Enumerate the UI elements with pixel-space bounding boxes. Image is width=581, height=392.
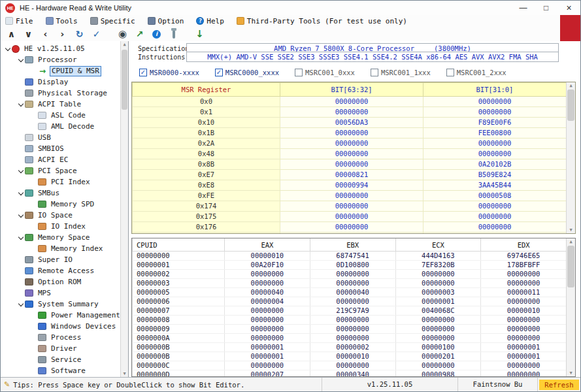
msr-row[interactable]: 0x1000056DA3F89E00F6 [133,118,567,128]
tree-item-windows-devices[interactable]: Windows Devices [1,321,121,332]
menu-tools[interactable]: Tools [44,16,79,26]
checkbox-checked-icon[interactable]: ✓ [139,69,147,76]
back-button[interactable]: ‹ [38,28,53,41]
cpuid-row[interactable]: 0000000D00000207000003400000098800000000 [133,370,567,378]
tree-item-remote-access[interactable]: Remote Access [1,265,121,276]
tree-item-mps[interactable]: MPS [1,287,121,299]
apply-button[interactable]: ✓ [89,28,104,41]
tree-item-memory-spd[interactable]: Memory SPD [1,199,121,210]
tree-item-smbios[interactable]: SMBIOS [1,143,121,154]
scroll-up-arrow-icon[interactable]: ▲ [567,238,575,245]
tree-item-process[interactable]: Process [1,332,121,343]
msr-row[interactable]: 0x179000000000000011C [133,233,567,235]
scrollbar-thumb[interactable] [122,50,127,110]
record-button[interactable]: ◉ [115,28,130,41]
cpuid-row[interactable]: 0000000B00000001000000100000020100000001 [133,352,567,361]
msr-filter-msrc001-1xxx[interactable]: MSRC001_1xxx [371,69,431,76]
cpuid-row[interactable]: 0000000700000000219C97A90040068C00000010 [133,306,567,316]
expand-chevron-icon[interactable] [16,103,25,106]
tree-item-driver[interactable]: Driver [1,343,121,354]
expand-chevron-icon[interactable] [16,170,25,172]
tree-item-acpi-ec[interactable]: ACPI EC [1,154,121,165]
checkbox-unchecked-icon[interactable] [446,69,454,76]
expand-chevron-icon[interactable] [16,59,25,61]
tree-item-asl-code[interactable]: ASL Code [1,110,121,121]
tree-item-service[interactable]: Service [1,354,121,365]
cpuid-row[interactable]: 000000000000001068747541444D416369746E65 [133,252,567,261]
tree-item-io-space[interactable]: IO Space [1,210,121,221]
cpuid-row[interactable]: 0000000600000004000000000000000100000000 [133,297,567,306]
tree-item-pci-index[interactable]: PCI Index [1,176,121,188]
tree-item-software[interactable]: Software [1,365,121,376]
tree-item-aml-decode[interactable]: AML Decode [1,121,121,132]
msr-row[interactable]: 0xE8000009943AA45B44 [133,180,567,191]
tree-item-option-rom[interactable]: Option ROM [1,276,121,287]
tree-item-super-io[interactable]: Super IO [1,254,121,265]
cpuid-row[interactable]: 0000000900000000000000000000000000000000 [133,325,567,334]
menu-file[interactable]: File [4,16,35,26]
refresh-button[interactable]: ↻ [72,28,87,41]
sidebar-scrollbar[interactable]: ▲ ▼ [120,41,128,377]
scroll-down-arrow-icon[interactable]: ▼ [567,227,575,233]
scroll-down-arrow-icon[interactable]: ▼ [121,370,128,377]
cpuid-scrollbar[interactable]: ▲ ▼ [566,238,575,376]
msr-row[interactable]: 0xFE0000000000000508 [133,191,567,201]
tree-item-acpi-table[interactable]: ACPI Table [1,99,121,110]
msr-row[interactable]: 0x2A0000000000000000 [133,139,567,149]
msr-row[interactable]: 0x1760000000000000000 [133,222,567,233]
msr-scrollbar[interactable]: ▲ ▼ [566,82,575,233]
tree-item-he-v1-25-11-05[interactable]: HE v1.25.11.05 [1,43,121,54]
tree-item-system-summary[interactable]: System Summary [1,299,121,310]
tree-item-memory-space[interactable]: Memory Space [1,232,121,243]
msr-row[interactable]: 0x1750000000000000000 [133,212,567,222]
expand-chevron-icon[interactable] [3,48,12,50]
scroll-up-arrow-icon[interactable]: ▲ [121,41,128,48]
msr-row[interactable]: 0x1740000000000000000 [133,201,567,212]
checkbox-checked-icon[interactable]: ✓ [215,69,223,76]
tree-item-usb[interactable]: USB [1,132,121,143]
menu-third-party[interactable]: Third-Party Tools (For test use only) [235,16,408,26]
msr-row[interactable]: 0xE700000821B509E824 [133,170,567,180]
tree-item-display[interactable]: Display [1,76,121,88]
cpuid-row[interactable]: 0000000100A20F100D1008007EF8320B178BFBFF [133,261,567,270]
tree-item-physical-storage[interactable]: Physical Storage [1,88,121,99]
close-button[interactable]: × [557,1,580,15]
tree-item-io-index[interactable]: IO Index [1,221,121,232]
msr-filter-msrc001-2xxx[interactable]: MSRC001_2xxx [446,69,506,76]
tree-item-pci-space[interactable]: PCI Space [1,165,121,176]
expand-chevron-icon[interactable] [16,192,25,195]
menu-option[interactable]: Option [146,16,186,26]
cpuid-row[interactable]: 0000000A00000000000000000000000000000000 [133,334,567,343]
cpuid-row[interactable]: 0000000C00000000000000000000000000000000 [133,361,567,370]
msr-filter-msrc0000-xxxx[interactable]: ✓MSRC0000_xxxx [215,69,279,76]
tree-item-memory-index[interactable]: Memory Index [1,243,121,254]
msr-filter-msr0000-xxxx[interactable]: ✓MSR0000-xxxx [139,69,199,76]
scrollbar-thumb[interactable] [567,246,574,287]
export-button[interactable]: ↗ [132,28,147,41]
cpuid-row[interactable]: 0000000200000000000000000000000000000000 [133,270,567,279]
probe-button[interactable] [166,28,181,41]
tree-item-processor[interactable]: Processor [1,54,121,65]
cpuid-row[interactable]: 0000000800000000000000000000000000000000 [133,316,567,325]
refresh-button[interactable]: Refresh [539,380,579,390]
scrollbar-thumb[interactable] [567,90,574,121]
minimize-button[interactable]: — [512,1,535,15]
msr-row[interactable]: 0x1B00000000FEE00800 [133,128,567,139]
download-button[interactable]: ↓ [192,28,207,41]
msr-row[interactable]: 0x10000000000000000 [133,107,567,118]
msr-row[interactable]: 0x480000000000000000 [133,149,567,159]
checkbox-unchecked-icon[interactable] [295,69,303,76]
expand-chevron-icon[interactable] [16,214,25,217]
scroll-up-button[interactable]: ∧ [4,28,19,41]
cpuid-row[interactable]: 0000000500000040000000400000000300000011 [133,288,567,297]
cpuid-row[interactable]: 0000000B00000001000000020000010000000001 [133,343,567,352]
tree-item-power-management[interactable]: Power Management [1,310,121,321]
maximize-button[interactable]: □ [535,1,557,15]
tree-item-cpuid-msr[interactable]: →CPUID & MSR [1,65,121,76]
expand-chevron-icon[interactable] [16,303,25,306]
menu-help[interactable]: ?Help [195,16,225,26]
scroll-down-button[interactable]: ∨ [21,28,36,41]
msr-row[interactable]: 0x8B000000000A20102B [133,159,567,170]
tree-item-smbus[interactable]: SMBus [1,188,121,199]
menu-specific[interactable]: Specific [89,16,137,26]
